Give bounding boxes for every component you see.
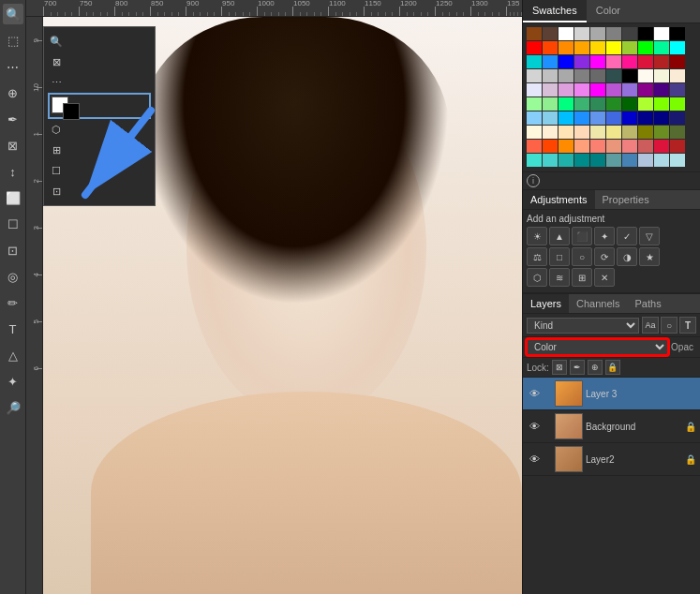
swatch-9-1[interactable] (543, 154, 558, 167)
swatch-1-2[interactable] (559, 41, 573, 54)
adj-balance[interactable]: ⚖ (527, 247, 547, 266)
adj-vibrance[interactable]: ▽ (639, 227, 660, 245)
swatch-1-8[interactable] (654, 41, 669, 54)
kind-icon-adj[interactable]: ○ (661, 317, 678, 334)
tool-marquee[interactable]: ⬚ (3, 30, 23, 51)
swatch-1-7[interactable] (638, 41, 653, 54)
tool-healing[interactable]: ⊠ (3, 135, 23, 156)
swatch-4-6[interactable] (622, 83, 637, 97)
swatch-6-6[interactable] (622, 111, 637, 125)
tool-pen[interactable]: ✏ (3, 292, 23, 313)
swatch-8-4[interactable] (590, 140, 605, 153)
swatch-6-4[interactable] (590, 111, 605, 125)
adj-levels[interactable]: ▲ (549, 227, 570, 245)
swatch-9-2[interactable] (559, 154, 573, 167)
swatch-7-8[interactable] (654, 126, 669, 139)
layer3-eye[interactable]: 👁 (527, 386, 542, 401)
swatch-5-3[interactable] (574, 97, 589, 111)
adj-curves[interactable]: ⬛ (572, 227, 592, 245)
swatch-9-4[interactable] (590, 154, 605, 167)
swatch-2-2[interactable] (559, 55, 573, 68)
swatch-3-9[interactable] (670, 69, 685, 82)
swatch-9-3[interactable] (574, 154, 589, 167)
swatch-4-7[interactable] (638, 83, 653, 97)
adj-brightness[interactable]: ☀ (527, 227, 547, 245)
tool-dodge[interactable]: ◎ (3, 266, 23, 287)
kind-icon-type[interactable]: T (679, 317, 696, 334)
adj-exposure[interactable]: ✦ (594, 227, 615, 245)
swatch-7-0[interactable] (527, 126, 542, 139)
swatch-5-1[interactable] (543, 97, 558, 111)
swatch-3-7[interactable] (638, 69, 653, 82)
swatch-1-4[interactable] (590, 41, 605, 54)
swatch-7-5[interactable] (606, 126, 621, 139)
swatch-3-3[interactable] (574, 69, 589, 82)
tab-swatches[interactable]: Swatches (523, 0, 587, 22)
adj-star[interactable]: ★ (639, 247, 660, 266)
swatch-8-0[interactable] (527, 140, 542, 153)
swatch-6-5[interactable] (606, 111, 621, 125)
swatch-2-4[interactable] (590, 55, 605, 68)
swatch-3-5[interactable] (606, 69, 621, 82)
swatch-5-8[interactable] (654, 97, 669, 111)
swatch-2-9[interactable] (670, 55, 685, 68)
swatch-0-5[interactable] (606, 27, 621, 40)
swatch-5-9[interactable] (670, 97, 685, 111)
swatch-9-7[interactable] (638, 154, 653, 167)
swatch-3-0[interactable] (527, 69, 542, 82)
swatch-7-9[interactable] (670, 126, 685, 139)
layer-item-background[interactable]: 👁 Background 🔒 (523, 410, 700, 443)
swatch-6-2[interactable] (559, 111, 573, 125)
canvas-document[interactable]: 🔍 ⊠ ⋯ ⬡ ⊞ (43, 17, 522, 594)
adj-gradient2[interactable]: ◑ (617, 247, 637, 266)
swatch-5-5[interactable] (606, 97, 621, 111)
tool-type[interactable]: T (3, 319, 23, 339)
swatch-4-5[interactable] (606, 83, 621, 97)
tab-channels[interactable]: Channels (569, 294, 627, 313)
swatch-0-2[interactable] (559, 27, 573, 40)
swatch-6-7[interactable] (638, 111, 653, 125)
kind-icon-pixel[interactable]: Aa (642, 317, 659, 334)
adj-invert[interactable]: ⟳ (594, 247, 615, 266)
overlay-color-bg[interactable] (63, 103, 80, 120)
swatch-9-9[interactable] (670, 154, 685, 167)
swatch-6-8[interactable] (654, 111, 669, 125)
background-eye[interactable]: 👁 (527, 419, 542, 434)
swatch-2-5[interactable] (606, 55, 621, 68)
swatch-1-9[interactable] (670, 41, 685, 54)
swatch-9-5[interactable] (606, 154, 621, 167)
tool-eraser[interactable]: ☐ (3, 214, 23, 234)
swatch-5-0[interactable] (527, 97, 542, 111)
tool-clone[interactable]: ⬜ (3, 187, 23, 208)
swatch-8-9[interactable] (670, 140, 685, 153)
swatch-4-1[interactable] (543, 83, 558, 97)
tab-layers[interactable]: Layers (523, 294, 569, 313)
swatch-4-8[interactable] (654, 83, 669, 97)
swatch-6-0[interactable] (527, 111, 542, 125)
swatch-2-8[interactable] (654, 55, 669, 68)
swatch-0-6[interactable] (622, 27, 637, 40)
lock-icon-artboard[interactable]: ⊕ (588, 360, 603, 375)
swatch-5-2[interactable] (559, 97, 573, 111)
swatch-0-3[interactable] (574, 27, 589, 40)
swatch-4-3[interactable] (574, 83, 589, 97)
tool-shape[interactable]: △ (3, 345, 23, 365)
layer-item-layer2[interactable]: 👁 Layer2 🔒 (523, 443, 700, 476)
adj-posterize[interactable]: ○ (572, 247, 592, 266)
swatch-5-4[interactable] (590, 97, 605, 111)
swatch-0-9[interactable] (670, 27, 685, 40)
tool-lasso[interactable]: ⋯ (3, 56, 23, 77)
swatch-8-8[interactable] (654, 140, 669, 153)
swatch-6-3[interactable] (574, 111, 589, 125)
tab-properties[interactable]: Properties (595, 190, 657, 209)
swatch-6-1[interactable] (543, 111, 558, 125)
swatch-1-0[interactable] (527, 41, 542, 54)
tab-color[interactable]: Color (587, 0, 630, 22)
swatch-8-7[interactable] (638, 140, 653, 153)
tool-move[interactable]: ✦ (3, 371, 23, 392)
swatch-5-7[interactable] (638, 97, 653, 111)
adj-hex[interactable]: ⬡ (527, 268, 547, 287)
swatch-8-2[interactable] (559, 140, 573, 153)
swatch-8-1[interactable] (543, 140, 558, 153)
swatch-3-1[interactable] (543, 69, 558, 82)
